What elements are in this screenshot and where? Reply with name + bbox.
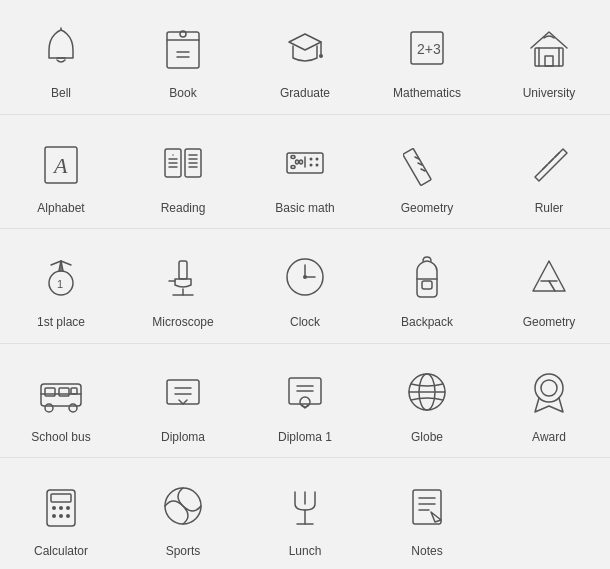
icon-item-calculator[interactable]: Calculator — [0, 458, 122, 569]
icon-item-geometry2[interactable]: Geometry — [488, 229, 610, 343]
svg-rect-37 — [403, 148, 431, 185]
lunch-label: Lunch — [289, 544, 322, 560]
svg-rect-11 — [545, 56, 553, 66]
svg-point-27 — [291, 155, 295, 158]
notes-label: Notes — [411, 544, 442, 560]
svg-rect-47 — [179, 261, 187, 279]
svg-point-33 — [310, 157, 313, 160]
ruler-label: Ruler — [535, 201, 564, 217]
geometry-ruler-label: Geometry — [401, 201, 454, 217]
icon-item-globe[interactable]: Globe — [366, 344, 488, 458]
university-icon — [519, 18, 579, 78]
graduate-icon — [275, 18, 335, 78]
bell-icon — [31, 18, 91, 78]
book-label: Book — [169, 86, 196, 102]
icon-item-lunch[interactable]: Lunch — [244, 458, 366, 569]
clock-icon — [275, 247, 335, 307]
icon-item-graduate[interactable]: Graduate — [244, 0, 366, 114]
sports-icon — [153, 476, 213, 536]
svg-point-85 — [59, 514, 63, 518]
backpack-label: Backpack — [401, 315, 453, 331]
icon-item-diploma1[interactable]: Diploma 1 — [244, 344, 366, 458]
icon-item-backpack[interactable]: Backpack — [366, 229, 488, 343]
diploma-icon — [153, 362, 213, 422]
svg-point-28 — [291, 165, 295, 168]
svg-point-54 — [303, 275, 307, 279]
svg-point-36 — [316, 163, 319, 166]
icon-item-award[interactable]: Award — [488, 344, 610, 458]
schoolbus-label: School bus — [31, 430, 90, 446]
svg-marker-57 — [533, 261, 565, 291]
svg-point-29 — [296, 160, 299, 164]
svg-rect-61 — [45, 388, 55, 396]
icon-item-schoolbus[interactable]: School bus — [0, 344, 122, 458]
award-icon — [519, 362, 579, 422]
microscope-label: Microscope — [152, 315, 213, 331]
icon-item-mathematics[interactable]: 2+3Mathematics — [366, 0, 488, 114]
svg-point-63 — [45, 404, 53, 412]
calculator-label: Calculator — [34, 544, 88, 560]
svg-text:A: A — [52, 153, 68, 178]
svg-rect-66 — [71, 388, 77, 394]
basic-math-label: Basic math — [275, 201, 334, 217]
mathematics-icon: 2+3 — [397, 18, 457, 78]
bell-label: Bell — [51, 86, 71, 102]
reading-icon — [153, 133, 213, 193]
svg-point-30 — [300, 160, 303, 164]
icon-item-university[interactable]: University — [488, 0, 610, 114]
globe-icon — [397, 362, 457, 422]
alphabet-icon: A — [31, 133, 91, 193]
icon-grid: BellBookGraduate2+3MathematicsUniversity… — [0, 0, 610, 569]
icon-item-diploma[interactable]: Diploma — [122, 344, 244, 458]
svg-line-42 — [549, 159, 553, 163]
geometry2-label: Geometry — [523, 315, 576, 331]
icon-item-microscope[interactable]: Microscope — [122, 229, 244, 343]
icon-item-sports[interactable]: Sports — [122, 458, 244, 569]
alphabet-label: Alphabet — [37, 201, 84, 217]
icon-item-reading[interactable]: Reading — [122, 115, 244, 229]
clock-label: Clock — [290, 315, 320, 331]
svg-point-7 — [319, 54, 323, 58]
diploma-label: Diploma — [161, 430, 205, 446]
first-place-label: 1st place — [37, 315, 85, 331]
icon-item-book[interactable]: Book — [122, 0, 244, 114]
icon-item-bell[interactable]: Bell — [0, 0, 122, 114]
svg-point-78 — [541, 380, 557, 396]
reading-label: Reading — [161, 201, 206, 217]
icon-item-ruler[interactable]: Ruler — [488, 115, 610, 229]
ruler-icon — [519, 133, 579, 193]
first-place-icon: 1 — [31, 247, 91, 307]
book-icon — [153, 18, 213, 78]
svg-line-58 — [549, 281, 555, 291]
microscope-icon — [153, 247, 213, 307]
sports-label: Sports — [166, 544, 201, 560]
notes-icon — [397, 476, 457, 536]
svg-marker-41 — [535, 149, 567, 181]
icon-item-geometry-ruler[interactable]: Geometry — [366, 115, 488, 229]
schoolbus-icon — [31, 362, 91, 422]
svg-point-83 — [66, 506, 70, 510]
svg-point-35 — [316, 157, 319, 160]
svg-line-44 — [555, 153, 559, 157]
icon-item-alphabet[interactable]: AAlphabet — [0, 115, 122, 229]
svg-rect-62 — [59, 388, 69, 396]
backpack-icon — [397, 247, 457, 307]
icon-item-clock[interactable]: Clock — [244, 229, 366, 343]
icon-item-basic-math[interactable]: Basic math — [244, 115, 366, 229]
calculator-icon — [31, 476, 91, 536]
svg-line-43 — [543, 165, 547, 169]
svg-point-64 — [69, 404, 77, 412]
svg-point-86 — [66, 514, 70, 518]
diploma1-icon — [275, 362, 335, 422]
svg-point-81 — [52, 506, 56, 510]
university-label: University — [523, 86, 576, 102]
diploma1-label: Diploma 1 — [278, 430, 332, 446]
mathematics-label: Mathematics — [393, 86, 461, 102]
award-label: Award — [532, 430, 566, 446]
lunch-icon — [275, 476, 335, 536]
svg-rect-91 — [413, 490, 441, 524]
svg-rect-67 — [167, 380, 199, 404]
svg-text:2+3: 2+3 — [417, 41, 441, 57]
icon-item-first-place[interactable]: 11st place — [0, 229, 122, 343]
icon-item-notes[interactable]: Notes — [366, 458, 488, 569]
